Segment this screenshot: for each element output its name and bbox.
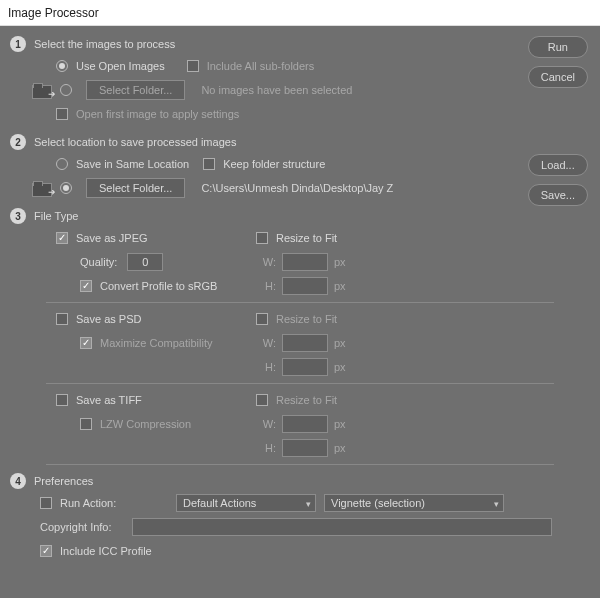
run-button[interactable]: Run	[528, 36, 588, 58]
keep-folder-structure-label: Keep folder structure	[223, 158, 325, 170]
tiff-w-label: W:	[256, 418, 276, 430]
jpeg-w-px: px	[334, 256, 346, 268]
tiff-resize-checkbox[interactable]	[256, 394, 268, 406]
divider-1	[46, 302, 554, 303]
save-as-psd-checkbox[interactable]	[56, 313, 68, 325]
lzw-label: LZW Compression	[100, 418, 191, 430]
chevron-down-icon: ▾	[306, 499, 311, 509]
save-as-jpeg-checkbox[interactable]	[56, 232, 68, 244]
tiff-h-label: H:	[256, 442, 276, 454]
run-action-checkbox[interactable]	[40, 497, 52, 509]
section-4-title: Preferences	[34, 475, 93, 487]
section-1-title: Select the images to process	[34, 38, 175, 50]
psd-h-input[interactable]	[282, 358, 328, 376]
window-title: Image Processor	[0, 0, 600, 26]
load-button[interactable]: Load...	[528, 154, 588, 176]
jpeg-resize-label: Resize to Fit	[276, 232, 337, 244]
convert-srgb-checkbox[interactable]	[80, 280, 92, 292]
convert-srgb-label: Convert Profile to sRGB	[100, 280, 217, 292]
tiff-resize-label: Resize to Fit	[276, 394, 337, 406]
select-folder-in-button[interactable]: Select Folder...	[86, 80, 185, 100]
include-icc-label: Include ICC Profile	[60, 545, 152, 557]
section-2-title: Select location to save processed images	[34, 136, 236, 148]
no-images-label: No images have been selected	[201, 84, 352, 96]
save-as-tiff-checkbox[interactable]	[56, 394, 68, 406]
select-folder-out-radio[interactable]	[60, 182, 72, 194]
jpeg-h-label: H:	[256, 280, 276, 292]
jpeg-h-px: px	[334, 280, 346, 292]
include-icc-checkbox[interactable]	[40, 545, 52, 557]
section-4: 4 Preferences Run Action: Default Action…	[10, 471, 590, 563]
use-open-images-radio[interactable]	[56, 60, 68, 72]
open-first-image-checkbox[interactable]	[56, 108, 68, 120]
right-button-column: Run Cancel Load... Save...	[528, 36, 588, 206]
output-path-label: C:\Users\Unmesh Dinda\Desktop\Jay Z	[201, 182, 393, 194]
select-folder-out-button[interactable]: Select Folder...	[86, 178, 185, 198]
step-badge-3: 3	[10, 208, 26, 224]
psd-w-px: px	[334, 337, 346, 349]
chevron-down-icon: ▾	[494, 499, 499, 509]
save-button[interactable]: Save...	[528, 184, 588, 206]
include-subfolders-label: Include All sub-folders	[207, 60, 315, 72]
lzw-checkbox[interactable]	[80, 418, 92, 430]
action-set-value: Default Actions	[183, 497, 256, 509]
main-panel: Run Cancel Load... Save... 1 Select the …	[0, 26, 600, 598]
tiff-w-px: px	[334, 418, 346, 430]
step-badge-1: 1	[10, 36, 26, 52]
include-subfolders-checkbox[interactable]	[187, 60, 199, 72]
copyright-label: Copyright Info:	[40, 521, 132, 533]
quality-label: Quality:	[80, 256, 117, 268]
run-action-label: Run Action:	[60, 497, 136, 509]
jpeg-h-input[interactable]	[282, 277, 328, 295]
cancel-button[interactable]: Cancel	[528, 66, 588, 88]
divider-2	[46, 383, 554, 384]
tiff-w-input[interactable]	[282, 415, 328, 433]
jpeg-w-label: W:	[256, 256, 276, 268]
jpeg-w-input[interactable]	[282, 253, 328, 271]
save-as-tiff-label: Save as TIFF	[76, 394, 142, 406]
section-3: 3 File Type Save as JPEG Resize to Fit Q…	[10, 206, 590, 465]
step-badge-2: 2	[10, 134, 26, 150]
folder-in-icon: ➜	[32, 83, 50, 97]
copyright-input[interactable]	[132, 518, 552, 536]
save-as-psd-label: Save as PSD	[76, 313, 141, 325]
psd-w-input[interactable]	[282, 334, 328, 352]
jpeg-resize-checkbox[interactable]	[256, 232, 268, 244]
save-same-location-radio[interactable]	[56, 158, 68, 170]
psd-resize-label: Resize to Fit	[276, 313, 337, 325]
action-name-select[interactable]: Vignette (selection) ▾	[324, 494, 504, 512]
action-set-select[interactable]: Default Actions ▾	[176, 494, 316, 512]
use-open-images-label: Use Open Images	[76, 60, 165, 72]
tiff-h-input[interactable]	[282, 439, 328, 457]
psd-h-px: px	[334, 361, 346, 373]
psd-resize-checkbox[interactable]	[256, 313, 268, 325]
section-3-title: File Type	[34, 210, 78, 222]
keep-folder-structure-checkbox[interactable]	[203, 158, 215, 170]
section-2: 2 Select location to save processed imag…	[10, 132, 590, 200]
divider-3	[46, 464, 554, 465]
save-same-location-label: Save in Same Location	[76, 158, 189, 170]
folder-out-icon: ➜	[32, 181, 50, 195]
max-compat-checkbox[interactable]	[80, 337, 92, 349]
save-as-jpeg-label: Save as JPEG	[76, 232, 148, 244]
open-first-image-label: Open first image to apply settings	[76, 108, 239, 120]
step-badge-4: 4	[10, 473, 26, 489]
psd-w-label: W:	[256, 337, 276, 349]
psd-h-label: H:	[256, 361, 276, 373]
max-compat-label: Maximize Compatibility	[100, 337, 212, 349]
quality-input[interactable]	[127, 253, 163, 271]
section-1: 1 Select the images to process Use Open …	[10, 34, 590, 126]
action-name-value: Vignette (selection)	[331, 497, 425, 509]
select-folder-in-radio[interactable]	[60, 84, 72, 96]
tiff-h-px: px	[334, 442, 346, 454]
